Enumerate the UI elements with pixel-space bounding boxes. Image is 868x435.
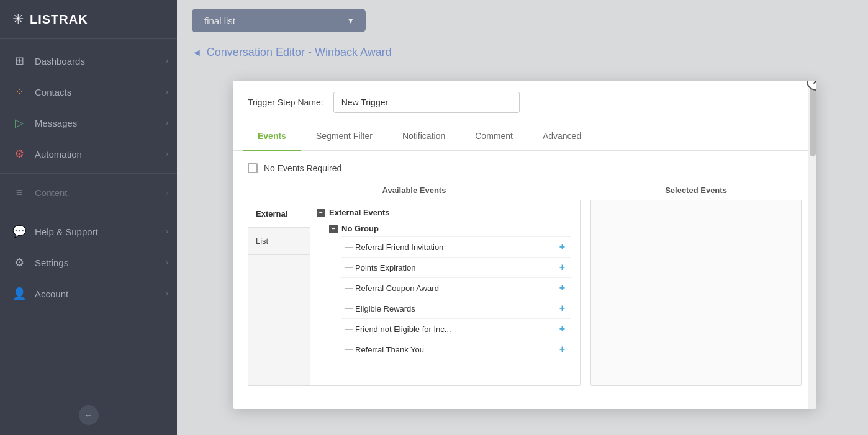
no-events-label: No Events Required: [264, 163, 341, 173]
events-layout: Available Events External List: [248, 186, 802, 397]
tree-item-line: [345, 267, 353, 268]
tree-item-add-button[interactable]: +: [559, 344, 565, 355]
chevron-icon: ›: [166, 227, 168, 236]
tree-item-add-button[interactable]: +: [559, 323, 565, 334]
tree-group-label: External Events: [329, 208, 390, 217]
category-list: External List: [248, 200, 310, 385]
logo-icon: ✳: [12, 11, 24, 27]
selected-events-title: Selected Events: [590, 186, 802, 195]
tree-item-name: Friend not Eligible for Inc...: [355, 325, 554, 334]
chevron-icon: ›: [166, 189, 168, 197]
chevron-icon: ›: [166, 87, 168, 96]
tree-item-line: [345, 247, 353, 248]
tree-subgroup-no-group: − No Group Referral Friend Invitation: [310, 221, 571, 359]
modal-scrollbar[interactable]: [808, 81, 816, 409]
sidebar-item-label: Dashboards: [35, 56, 85, 66]
tab-notification[interactable]: Notification: [387, 122, 460, 151]
tree-item: Eligible Rewards +: [341, 298, 571, 318]
tree-group-external-events: − External Events: [310, 204, 571, 221]
tree-item-line: [345, 349, 353, 350]
sidebar-item-label: Messages: [35, 118, 77, 128]
sidebar-item-automation[interactable]: ⚙ Automation ›: [0, 138, 177, 169]
logo-area: ✳ LISTRAK: [0, 0, 177, 39]
sidebar-item-contacts[interactable]: ⁘ Contacts ›: [0, 76, 177, 107]
sidebar: ✳ LISTRAK ⊞ Dashboards › ⁘ Contacts › ▷ …: [0, 0, 177, 435]
tab-advanced[interactable]: Advanced: [528, 122, 596, 151]
trigger-name-label: Trigger Step Name:: [248, 97, 323, 107]
nav-divider: [0, 173, 177, 174]
sidebar-item-label: Settings: [35, 258, 68, 268]
tab-comment[interactable]: Comment: [460, 122, 528, 151]
category-list[interactable]: List: [248, 228, 310, 255]
tree-item: Friend not Eligible for Inc... +: [341, 318, 571, 339]
category-external[interactable]: External: [248, 200, 310, 228]
chevron-icon: ›: [166, 56, 168, 65]
tree-item-add-button[interactable]: +: [559, 282, 565, 294]
sidebar-item-help-support[interactable]: 💬 Help & Support ›: [0, 216, 177, 247]
events-tree: − External Events − No Group: [310, 200, 580, 385]
tree-subgroup-header: − No Group: [323, 221, 571, 236]
modal-dialog: ✕ Trigger Step Name: Events Segment Filt…: [233, 81, 816, 409]
sidebar-item-settings[interactable]: ⚙ Settings ›: [0, 247, 177, 278]
selected-events-panel: Selected Events: [590, 186, 802, 397]
sidebar-item-label: Content: [35, 187, 68, 198]
content-icon: ≡: [12, 186, 26, 199]
sidebar-item-messages[interactable]: ▷ Messages ›: [0, 107, 177, 138]
modal-overlay: ✕ Trigger Step Name: Events Segment Filt…: [177, 0, 868, 435]
chevron-icon: ›: [166, 119, 168, 127]
tree-collapse-icon[interactable]: −: [317, 209, 325, 217]
sidebar-item-label: Help & Support: [35, 226, 98, 237]
sidebar-item-dashboards[interactable]: ⊞ Dashboards ›: [0, 45, 177, 76]
sidebar-collapse-button[interactable]: ←: [79, 405, 99, 425]
messages-icon: ▷: [12, 116, 26, 130]
account-icon: 👤: [12, 287, 26, 300]
no-events-checkbox[interactable]: [248, 163, 258, 173]
tree-items: Referral Friend Invitation + Points Expi…: [323, 236, 571, 359]
scrollbar-thumb: [810, 82, 816, 156]
trigger-name-input[interactable]: [333, 92, 520, 113]
events-container: External List − External Events: [248, 200, 581, 386]
tree-item: Points Expiration +: [341, 257, 571, 277]
tree-item-name: Referral Coupon Award: [355, 284, 554, 293]
sidebar-item-content[interactable]: ≡ Content ›: [0, 177, 177, 208]
sidebar-item-label: Automation: [35, 149, 82, 159]
tree-item-name: Referral Friend Invitation: [355, 243, 554, 252]
tree-subgroup-label: No Group: [341, 224, 379, 233]
modal-content: No Events Required Available Events Exte…: [233, 151, 816, 409]
modal-tabs: Events Segment Filter Notification Comme…: [233, 122, 816, 151]
tree-item: Referral Coupon Award +: [341, 277, 571, 298]
tree-item: Referral Thank You +: [341, 339, 571, 359]
tab-events[interactable]: Events: [243, 122, 301, 151]
selected-events-box: [590, 200, 802, 386]
tree-item-line: [345, 288, 353, 289]
chevron-icon: ›: [166, 289, 168, 298]
trigger-name-row: Trigger Step Name:: [233, 81, 816, 122]
chevron-icon: ›: [166, 258, 168, 267]
tree-item-add-button[interactable]: +: [559, 241, 565, 253]
contacts-icon: ⁘: [12, 85, 26, 99]
tree-item-line: [345, 308, 353, 309]
dashboards-icon: ⊞: [12, 54, 26, 68]
tree-item: Referral Friend Invitation +: [341, 236, 571, 257]
tree-item-name: Eligible Rewards: [355, 304, 554, 313]
available-events-panel: Available Events External List: [248, 186, 581, 397]
tree-item-line: [345, 329, 353, 330]
tab-segment-filter[interactable]: Segment Filter: [301, 122, 387, 151]
sidebar-item-account[interactable]: 👤 Account ›: [0, 278, 177, 309]
tree-item-name: Points Expiration: [355, 263, 554, 272]
sidebar-item-label: Account: [35, 289, 68, 299]
sidebar-nav: ⊞ Dashboards › ⁘ Contacts › ▷ Messages ›…: [0, 39, 177, 399]
nav-divider: [0, 212, 177, 212]
available-events-title: Available Events: [248, 186, 581, 195]
chevron-icon: ›: [166, 150, 168, 158]
tree-item-add-button[interactable]: +: [559, 262, 565, 273]
settings-icon: ⚙: [12, 256, 26, 269]
no-events-row: No Events Required: [248, 163, 802, 173]
main-area: final list ▾ ◄ Conversation Editor - Win…: [177, 0, 868, 435]
sidebar-item-label: Contacts: [35, 87, 71, 97]
tree-item-add-button[interactable]: +: [559, 303, 565, 314]
help-icon: 💬: [12, 225, 26, 238]
automation-icon: ⚙: [12, 147, 26, 161]
tree-subgroup-collapse-icon[interactable]: −: [329, 225, 338, 233]
tree-item-name: Referral Thank You: [355, 345, 554, 354]
